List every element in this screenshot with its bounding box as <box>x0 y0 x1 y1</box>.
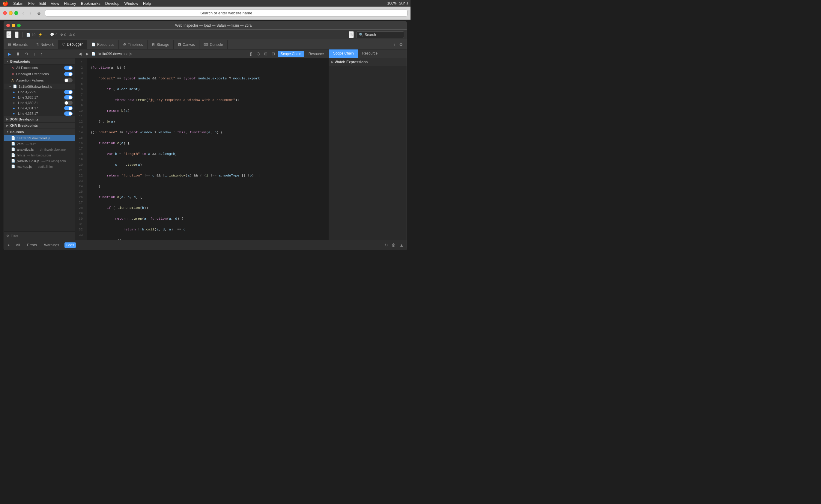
tab-canvas-label: Canvas <box>183 43 195 47</box>
assertion-failures-item[interactable]: A Assertion Failures <box>4 77 75 84</box>
scope-chain-button[interactable]: Scope Chain <box>278 51 304 57</box>
menu-help[interactable]: Help <box>143 1 151 6</box>
source-item-4[interactable]: 📄 jweixin-1.2.0.js — res.wx.qq.com <box>4 158 75 164</box>
menu-file[interactable]: File <box>28 1 34 6</box>
dom-breakpoints-header[interactable]: DOM Breakpoints <box>4 116 75 123</box>
download-button[interactable]: ↓ <box>15 31 19 38</box>
all-filter-button[interactable]: All <box>14 242 22 248</box>
inspector-search[interactable]: 🔍 Search <box>356 31 404 38</box>
tab-console[interactable]: ⌨ Console <box>199 40 227 49</box>
code-nav-prev[interactable]: ◀ <box>77 51 83 57</box>
breakpoints-label: Breakpoints <box>10 60 30 63</box>
filter-input[interactable] <box>11 234 73 238</box>
logs-filter-button[interactable]: Logs <box>64 242 76 248</box>
inspector-minimize[interactable] <box>12 24 15 27</box>
uncaught-exceptions-label: Uncaught Exceptions <box>16 72 63 76</box>
code-editor[interactable]: 1 2 3 4 5 6 7 8 9 10 11 12 13 14 15 16 1 <box>75 58 329 240</box>
safari-urlbar[interactable]: Search or enter website name <box>45 10 407 16</box>
tab-resources[interactable]: 📄 Resources <box>87 40 119 49</box>
watch-expressions-header[interactable]: Watch Expressions <box>329 58 406 66</box>
tab-debugger[interactable]: ⬡ Debugger <box>58 40 87 49</box>
breakpoint-label-4: Line 4,331:17 <box>18 106 38 110</box>
step-out-button[interactable]: ↑ <box>39 51 44 57</box>
menu-edit[interactable]: Edit <box>39 1 46 6</box>
warnings-filter-button[interactable]: Warnings <box>42 242 61 248</box>
storage-icon: 🗄 <box>152 43 155 46</box>
scope-chain-tab[interactable]: Scope Chain <box>329 49 358 58</box>
menu-safari[interactable]: Safari <box>13 1 23 6</box>
all-exceptions-item[interactable]: ✕ All Exceptions <box>4 65 75 71</box>
step-into-button[interactable]: ↓ <box>32 51 37 57</box>
source-item-3[interactable]: 📄 hm.js — hm.baidu.com <box>4 152 75 158</box>
console-collapse-button[interactable]: ▲ <box>399 243 403 248</box>
tab-canvas[interactable]: 🖼 Canvas <box>174 40 199 49</box>
safari-forward-button[interactable]: › <box>28 10 33 16</box>
reload-button[interactable]: ↻ <box>6 31 11 38</box>
breakpoint-line-2[interactable]: ● Line 3,826:17 <box>4 95 75 100</box>
debugger-icon: ⬡ <box>62 42 65 46</box>
timelines-icon: ⏱ <box>123 43 126 46</box>
expand-icon[interactable]: ▲ <box>7 243 10 247</box>
xhr-breakpoints-header[interactable]: XHR Breakpoints <box>4 123 75 129</box>
console-reload-button[interactable]: ↻ <box>384 243 388 248</box>
menu-view[interactable]: View <box>51 1 59 6</box>
code-line-7: }("undefined" != typeof window ? window … <box>90 130 329 135</box>
settings-button[interactable]: ⚙ <box>398 42 404 48</box>
breakpoint-line-1[interactable]: ● Line 3,722:9 <box>4 89 75 95</box>
source-item-5[interactable]: 📄 markup.js — static.fir.im <box>4 164 75 169</box>
inspector-close[interactable] <box>6 24 10 27</box>
resource-tab[interactable]: Resource <box>358 49 382 58</box>
add-tab-button[interactable]: + <box>392 42 397 48</box>
errors-filter-button[interactable]: Errors <box>25 242 39 248</box>
sources-label: Sources <box>10 130 24 134</box>
breakpoints-section-header[interactable]: Breakpoints <box>4 58 75 65</box>
source-icon-5: 📄 <box>11 165 15 168</box>
pause-button[interactable]: ⏸ <box>14 51 22 57</box>
scripts-badge: 📄 19 <box>26 33 35 37</box>
source-item-0[interactable]: 📄 1a1fa099.download.js <box>4 135 75 141</box>
menu-develop[interactable]: Develop <box>105 1 120 6</box>
menu-history[interactable]: History <box>64 1 76 6</box>
code-search-btn[interactable]: ⊞ <box>263 51 269 57</box>
source-item-1[interactable]: 📄 2cra — fir.im <box>4 141 75 147</box>
breakpoint-line-4[interactable]: ● Line 4,331:17 <box>4 105 75 111</box>
assertion-failures-toggle[interactable] <box>64 78 73 82</box>
file-breakpoints-header[interactable]: ▼ 📄 1a1fa099.download.js <box>4 84 75 89</box>
resume-button[interactable]: ▶ <box>6 51 13 57</box>
tab-storage[interactable]: 🗄 Storage <box>147 40 174 49</box>
crosshair-button[interactable]: ⊕ <box>349 31 354 38</box>
bp-toggle-5[interactable] <box>64 111 73 116</box>
breakpoint-line-3[interactable]: ● Line 4,330:21 <box>4 100 75 105</box>
safari-back-button[interactable]: ‹ <box>21 10 26 16</box>
filter-icon: ⊙ <box>6 234 9 238</box>
console-clear-button[interactable]: 🗑 <box>391 243 396 248</box>
safari-close-button[interactable] <box>3 11 7 15</box>
breakpoint-line-5[interactable]: ● Line 4,337:17 <box>4 111 75 116</box>
safari-minimize-button[interactable] <box>9 11 13 15</box>
menu-bookmarks[interactable]: Bookmarks <box>81 1 100 6</box>
bp-toggle-4[interactable] <box>64 106 73 110</box>
code-nav-next[interactable]: ▶ <box>84 51 90 57</box>
source-item-2[interactable]: 📄 analytics.js — dn-firweb.qbox.me <box>4 147 75 152</box>
code-breakpoint-btn[interactable]: ⬡ <box>255 51 261 57</box>
code-format-btn[interactable]: {} <box>248 51 254 57</box>
safari-fullscreen-button[interactable] <box>14 11 18 15</box>
watch-expressions-section: Watch Expressions <box>329 58 406 66</box>
apple-menu[interactable]: 🍎 <box>2 1 8 6</box>
inspector-fullscreen[interactable] <box>17 24 21 27</box>
safari-share-button[interactable]: ⊕ <box>35 10 43 16</box>
tab-network[interactable]: ⇅ Network <box>32 40 58 49</box>
tab-timelines[interactable]: ⏱ Timelines <box>119 40 147 49</box>
step-over-button[interactable]: ↷ <box>23 51 30 57</box>
menu-window[interactable]: Window <box>124 1 138 6</box>
tab-elements[interactable]: ▤ Elements <box>4 40 32 49</box>
bp-toggle-3[interactable] <box>64 101 73 105</box>
bp-toggle-1[interactable] <box>64 90 73 94</box>
resource-button[interactable]: Resource <box>305 51 327 57</box>
uncaught-exceptions-toggle[interactable] <box>64 72 73 76</box>
code-split-btn[interactable]: ⊟ <box>270 51 276 57</box>
uncaught-exceptions-item[interactable]: ✕ Uncaught Exceptions <box>4 71 75 77</box>
bp-toggle-2[interactable] <box>64 95 73 99</box>
all-exceptions-toggle[interactable] <box>64 66 73 70</box>
sources-section-header[interactable]: Sources <box>4 129 75 135</box>
